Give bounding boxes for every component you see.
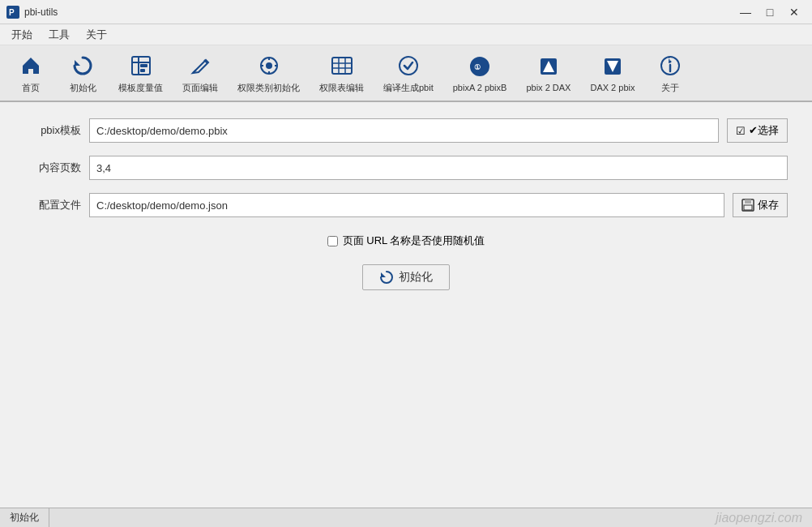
init-button-label: 初始化 (399, 270, 433, 285)
toolbar-compile-pbit[interactable]: 编译生成pbit (375, 49, 442, 97)
window-controls: — □ ✕ (734, 3, 806, 21)
svg-rect-6 (140, 64, 147, 67)
toolbar-permission-init[interactable]: 权限类别初始化 (229, 49, 308, 97)
menu-tools[interactable]: 工具 (41, 26, 78, 44)
toolbar-page-edit[interactable]: 页面编辑 (174, 49, 226, 97)
status-bar: 初始化 jiaopengzi.com (0, 508, 812, 527)
toolbar-compile-pbit-label: 编译生成pbit (383, 82, 434, 94)
random-url-row: 页面 URL 名称是否使用随机值 (24, 234, 788, 248)
toolbar-page-edit-label: 页面编辑 (182, 82, 218, 94)
config-file-row: 配置文件 保存 (24, 193, 788, 217)
status-init: 初始化 (0, 508, 49, 527)
toolbar-template-measure[interactable]: 模板度量值 (110, 49, 171, 97)
permission-table-icon (329, 53, 355, 79)
menu-bar: 开始 工具 关于 (0, 24, 812, 45)
save-button-label: 保存 (758, 198, 779, 212)
toolbar-init[interactable]: 初始化 (58, 49, 107, 97)
select-button-label: ✔选择 (749, 123, 779, 138)
svg-point-11 (266, 62, 272, 69)
toolbar-permission-table-label: 权限表编辑 (319, 82, 364, 94)
pbix-input[interactable] (89, 118, 719, 143)
init-button[interactable]: 初始化 (362, 264, 450, 290)
window-title: pbi-utils (24, 6, 58, 18)
toolbar-permission-init-label: 权限类别初始化 (237, 82, 300, 94)
app-icon: P (6, 6, 19, 19)
select-checkbox-icon: ☑ (736, 125, 746, 137)
toolbar-dax-2-pbix-label: DAX 2 pbix (590, 83, 635, 92)
compile-pbit-icon (395, 53, 421, 79)
svg-point-21 (400, 57, 417, 75)
random-url-checkbox[interactable] (327, 236, 338, 246)
toolbar-home-label: 首页 (22, 82, 40, 94)
menu-about[interactable]: 关于 (78, 26, 115, 44)
svg-text:P: P (9, 8, 15, 17)
toolbar-pbixa-2-pbixb-label: pbixA 2 pbixB (453, 83, 507, 92)
config-label: 配置文件 (24, 198, 81, 212)
maximize-button[interactable]: □ (759, 3, 781, 21)
init-icon (70, 53, 96, 79)
init-button-row: 初始化 (24, 264, 788, 290)
home-icon (18, 53, 44, 79)
menu-start[interactable]: 开始 (3, 26, 41, 44)
dax-2-pbix-icon (600, 54, 626, 79)
init-icon (379, 270, 394, 285)
svg-marker-2 (75, 60, 80, 66)
toolbar-template-measure-label: 模板度量值 (118, 82, 163, 94)
svg-point-31 (669, 60, 672, 62)
template-measure-icon (128, 53, 154, 79)
svg-text:①: ① (474, 63, 481, 71)
pbix-label: pbix模板 (24, 123, 81, 138)
close-button[interactable]: ✕ (783, 3, 806, 21)
select-button[interactable]: ☑ ✔选择 (727, 118, 788, 143)
svg-rect-7 (140, 69, 145, 72)
pages-label: 内容页数 (24, 161, 81, 175)
pbix-template-row: pbix模板 ☑ ✔选择 (24, 118, 788, 143)
title-bar: P pbi-utils — □ ✕ (0, 0, 812, 24)
toolbar-pbix-2-dax-label: pbix 2 DAX (526, 83, 571, 92)
save-icon (741, 199, 754, 212)
permission-init-icon (256, 53, 282, 79)
toolbar-about[interactable]: i 关于 (646, 49, 694, 97)
toolbar: 首页 初始化 模板度量值 (0, 45, 812, 102)
toolbar-pbix-2-dax[interactable]: pbix 2 DAX (518, 50, 579, 96)
content-area: pbix模板 ☑ ✔选择 内容页数 配置文件 保存 页面 URL 名称是否使 (0, 102, 812, 508)
minimize-button[interactable]: — (734, 3, 757, 21)
about-icon: i (657, 53, 683, 79)
svg-rect-16 (332, 58, 352, 74)
svg-rect-34 (744, 205, 752, 210)
toolbar-pbixa-2-pbixb[interactable]: ① pbixA 2 pbixB (445, 50, 515, 96)
toolbar-permission-table[interactable]: 权限表编辑 (311, 49, 372, 97)
pages-count-row: 内容页数 (24, 156, 788, 180)
toolbar-about-label: 关于 (661, 82, 679, 94)
pbixa-2-pbixb-icon: ① (467, 54, 493, 79)
svg-rect-33 (745, 199, 751, 204)
toolbar-dax-2-pbix[interactable]: DAX 2 pbix (582, 50, 643, 96)
watermark: jiaopengzi.com (716, 511, 812, 525)
config-input[interactable] (89, 193, 724, 217)
toolbar-home[interactable]: 首页 (6, 49, 55, 97)
title-bar-left: P pbi-utils (6, 6, 58, 19)
toolbar-init-label: 初始化 (70, 82, 96, 94)
page-edit-icon (187, 53, 213, 79)
pbix-2-dax-icon (536, 54, 562, 79)
svg-marker-35 (381, 272, 386, 277)
random-url-label: 页面 URL 名称是否使用随机值 (343, 234, 485, 248)
pages-input[interactable] (89, 156, 788, 180)
save-button[interactable]: 保存 (733, 193, 788, 217)
